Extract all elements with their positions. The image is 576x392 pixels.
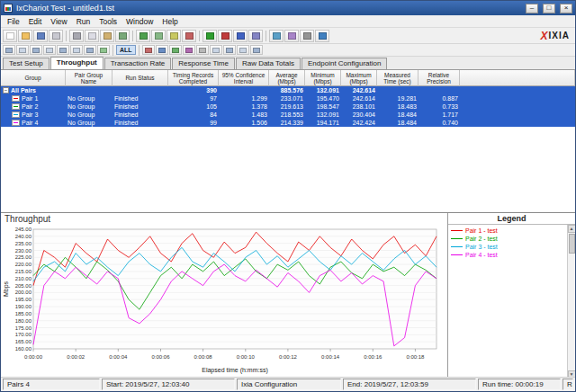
delete-pair-icon[interactable] xyxy=(182,30,196,42)
pause-test-icon[interactable] xyxy=(233,30,248,42)
add-group-icon[interactable] xyxy=(151,30,166,42)
chart-bar-icon[interactable] xyxy=(156,45,168,55)
expand-all-icon[interactable] xyxy=(30,45,42,55)
undo-icon[interactable] xyxy=(115,30,130,42)
save-test-icon[interactable] xyxy=(33,30,48,42)
chart-area-icon[interactable] xyxy=(169,45,182,55)
tab-transaction-rate[interactable]: Transaction Rate xyxy=(104,58,172,69)
paste-icon[interactable] xyxy=(100,30,114,42)
maximize-button[interactable]: □ xyxy=(543,4,555,13)
help-icon[interactable] xyxy=(315,30,329,42)
menu-file[interactable]: File xyxy=(3,16,24,27)
pair-row[interactable]: Pair 4No GroupFinished991.506214.339194.… xyxy=(1,119,575,127)
menu-view[interactable]: View xyxy=(46,16,71,27)
chart-points-icon xyxy=(185,48,193,53)
table-cell: Pair 2 xyxy=(1,102,66,111)
column-header[interactable]: Pair Group Name xyxy=(66,70,112,86)
table-cell: 238.101 xyxy=(341,102,377,111)
report-icon[interactable] xyxy=(284,30,299,42)
refresh-icon[interactable] xyxy=(97,45,110,55)
column-header[interactable]: Run Status xyxy=(112,70,168,86)
menu-window[interactable]: Window xyxy=(122,16,158,27)
group-view-icon[interactable] xyxy=(16,45,29,55)
column-header[interactable]: Timing Records Completed xyxy=(168,70,219,86)
column-header-filler xyxy=(460,70,575,86)
tab-throughput[interactable]: Throughput xyxy=(50,57,104,69)
edit-pair-icon[interactable] xyxy=(166,30,181,42)
menu-tools[interactable]: Tools xyxy=(94,16,122,27)
undo-icon xyxy=(119,32,127,40)
tab-test-setup[interactable]: Test Setup xyxy=(3,58,50,69)
title-bar: IxChariot Test - untitled1.tst – □ × xyxy=(1,1,575,15)
grid-toggle-icon[interactable] xyxy=(210,45,222,55)
run-test-icon[interactable] xyxy=(202,30,217,42)
chart-points-icon[interactable] xyxy=(183,45,195,55)
sort-icon[interactable] xyxy=(57,45,69,55)
show-all-pairs-button[interactable]: ALL xyxy=(116,45,136,55)
open-test-icon[interactable] xyxy=(18,30,32,42)
table-cell: 18.484 xyxy=(377,111,418,119)
new-test-icon[interactable] xyxy=(3,30,17,42)
legend-toggle-icon[interactable] xyxy=(223,45,236,55)
table-cell: Finished xyxy=(112,111,168,119)
legend-scrollbar[interactable]: ▲ ▼ xyxy=(567,225,575,379)
column-header[interactable]: Measured Time (sec) xyxy=(377,70,418,86)
svg-text:0:00:12: 0:00:12 xyxy=(279,354,298,360)
legend-item-label: Pair 4 - test xyxy=(465,252,498,258)
copy-icon[interactable] xyxy=(85,30,99,42)
options-icon[interactable] xyxy=(300,30,314,42)
chart-line-icon[interactable] xyxy=(142,45,155,55)
column-header[interactable]: Average (Mbps) xyxy=(269,70,305,86)
column-header[interactable]: Relative Precision xyxy=(418,70,460,86)
scale-icon[interactable] xyxy=(196,45,209,55)
menu-help[interactable]: Help xyxy=(158,16,182,27)
poll-endpoints-icon[interactable] xyxy=(248,30,263,42)
menu-edit[interactable]: Edit xyxy=(24,16,47,27)
columns-icon[interactable] xyxy=(84,45,96,55)
svg-text:245.00: 245.00 xyxy=(15,227,32,232)
add-pair-icon[interactable] xyxy=(136,30,150,42)
table-cell: 885.576 xyxy=(269,86,305,94)
table-cell: Pair 3 xyxy=(1,111,66,119)
column-header[interactable]: 95% Confidence Interval xyxy=(219,70,269,86)
table-cell: 1.506 xyxy=(219,119,269,127)
tab-response-time[interactable]: Response Time xyxy=(172,58,235,69)
filter-icon[interactable] xyxy=(70,45,83,55)
close-button[interactable]: × xyxy=(560,4,572,13)
cut-icon[interactable] xyxy=(69,30,84,42)
svg-text:0:00:16: 0:00:16 xyxy=(364,354,382,360)
print-chart-icon[interactable] xyxy=(250,45,263,55)
menu-run[interactable]: Run xyxy=(72,16,95,27)
table-cell: −All Pairs xyxy=(1,86,66,94)
pair-row[interactable]: Pair 3No GroupFinished841.483218.553132.… xyxy=(1,111,575,119)
pair-view-icon[interactable] xyxy=(3,45,15,55)
scroll-thumb[interactable] xyxy=(569,234,575,254)
pair-chart-icon xyxy=(12,111,20,118)
minimize-button[interactable]: – xyxy=(526,4,538,13)
copy-icon xyxy=(88,32,96,40)
column-header[interactable]: Minimum (Mbps) xyxy=(305,70,341,86)
view-results-icon[interactable] xyxy=(269,30,284,42)
collapse-all-icon xyxy=(46,48,53,53)
print-icon[interactable] xyxy=(49,30,63,42)
svg-text:215.00: 215.00 xyxy=(15,269,32,274)
pair-row[interactable]: Pair 2No GroupFinished1051.378219.613198… xyxy=(1,102,575,111)
collapse-all-icon[interactable] xyxy=(43,45,56,55)
refresh-icon xyxy=(100,48,107,53)
stop-test-icon[interactable] xyxy=(218,30,232,42)
throughput-chart-panel: Throughput 160.00165.00170.00175.00180.0… xyxy=(1,213,448,379)
all-pairs-row[interactable]: −All Pairs390885.576132.091242.614 xyxy=(1,86,575,94)
tab-endpoint-configuration[interactable]: Endpoint Configuration xyxy=(302,58,387,69)
pair-row[interactable]: Pair 1No GroupFinished971.299233.071195.… xyxy=(1,94,575,102)
pair-view-icon xyxy=(5,48,13,53)
collapse-toggle-icon[interactable]: − xyxy=(3,87,9,94)
tab-raw-data-totals[interactable]: Raw Data Totals xyxy=(236,58,301,69)
stop-test-icon xyxy=(221,32,230,40)
chart-title: Throughput xyxy=(1,213,447,225)
view-results-icon xyxy=(273,32,281,40)
scroll-up-icon[interactable]: ▲ xyxy=(568,225,576,233)
column-header[interactable]: Group xyxy=(1,70,66,86)
export-chart-icon[interactable] xyxy=(237,45,249,55)
svg-text:0:00:14: 0:00:14 xyxy=(321,354,340,360)
column-header[interactable]: Maximum (Mbps) xyxy=(341,70,377,86)
